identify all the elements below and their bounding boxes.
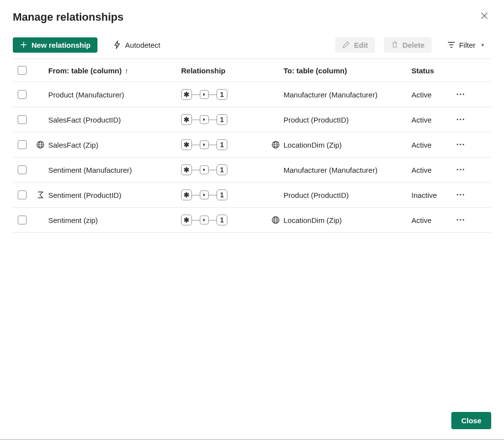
manage-relationships-dialog: Manage relationships New relationship Au…	[0, 0, 504, 440]
relationship-cell: ✱1	[181, 114, 268, 125]
close-icon[interactable]	[477, 10, 491, 24]
new-relationship-label: New relationship	[32, 41, 91, 49]
trash-icon	[391, 41, 399, 49]
delete-button: Delete	[384, 37, 432, 53]
autodetect-button[interactable]: Autodetect	[106, 37, 167, 53]
chevron-down-icon: ▾	[481, 42, 484, 48]
cardinality-to: 1	[217, 215, 227, 225]
to-cell: Product (ProductID)	[284, 191, 411, 199]
to-cell: Product (ProductID)	[284, 116, 411, 124]
table-row[interactable]: Sentiment (ProductID)✱1Product (ProductI…	[13, 183, 491, 208]
relationships-table: From: table (column) ↑ Relationship To: …	[13, 59, 491, 233]
table-row[interactable]: SalesFact (Zip)✱1LocationDim (Zip)Active…	[13, 132, 491, 157]
from-cell: SalesFact (Zip)	[48, 141, 181, 149]
filter-label: Filter	[459, 41, 475, 49]
cardinality-to: 1	[217, 114, 227, 125]
direction-icon	[200, 115, 209, 124]
row-checkbox[interactable]	[18, 165, 27, 174]
cardinality-from: ✱	[181, 215, 192, 225]
relationship-cell: ✱1	[181, 215, 268, 225]
cardinality-from: ✱	[181, 189, 192, 200]
to-cell: Manufacturer (Manufacturer)	[284, 91, 411, 99]
row-more-button[interactable]: ···	[451, 165, 471, 175]
from-cell: Sentiment (zip)	[48, 216, 181, 224]
row-more-button[interactable]: ···	[451, 215, 471, 225]
table-row[interactable]: Sentiment (zip)✱1LocationDim (Zip)Active…	[13, 208, 491, 233]
plus-icon	[20, 41, 28, 49]
table-header: From: table (column) ↑ Relationship To: …	[13, 59, 491, 82]
relationship-cell: ✱1	[181, 164, 268, 175]
cardinality-to: 1	[217, 164, 227, 175]
direction-icon	[200, 140, 209, 149]
status-cell: Active	[411, 91, 451, 99]
cardinality-from: ✱	[181, 164, 192, 175]
row-more-button[interactable]: ···	[451, 90, 471, 100]
filter-icon	[447, 41, 455, 48]
to-cell: Manufacturer (Manufacturer)	[284, 166, 411, 174]
direction-icon	[200, 190, 209, 199]
globe-icon	[32, 140, 48, 149]
column-to[interactable]: To: table (column)	[284, 66, 411, 75]
sort-ascending-icon: ↑	[125, 66, 128, 75]
cardinality-diagram: ✱1	[181, 164, 268, 175]
dialog-footer: Close	[451, 412, 491, 429]
close-button[interactable]: Close	[451, 412, 491, 429]
direction-icon	[200, 165, 209, 174]
direction-icon	[200, 90, 209, 99]
status-cell: Active	[411, 166, 451, 174]
status-cell: Active	[411, 216, 451, 224]
lightning-icon	[113, 40, 121, 49]
filter-button[interactable]: Filter ▾	[441, 37, 491, 53]
status-cell: Active	[411, 116, 451, 124]
row-more-button[interactable]: ···	[451, 140, 471, 150]
cardinality-diagram: ✱1	[181, 139, 268, 150]
from-cell: Sentiment (Manufacturer)	[48, 166, 181, 174]
column-relationship[interactable]: Relationship	[181, 66, 268, 75]
toolbar: New relationship Autodetect Edit Delete …	[13, 37, 491, 59]
row-checkbox[interactable]	[18, 216, 27, 224]
table-row[interactable]: SalesFact (ProductID)✱1Product (ProductI…	[13, 107, 491, 132]
to-cell: LocationDim (Zip)	[284, 216, 411, 224]
row-more-button[interactable]: ···	[451, 115, 471, 125]
autodetect-label: Autodetect	[125, 41, 160, 49]
new-relationship-button[interactable]: New relationship	[13, 37, 97, 53]
table-row[interactable]: Product (Manufacturer)✱1Manufacturer (Ma…	[13, 82, 491, 107]
status-cell: Active	[411, 141, 451, 149]
relationship-cell: ✱1	[181, 139, 268, 150]
cardinality-to: 1	[217, 89, 227, 100]
row-checkbox[interactable]	[18, 140, 27, 149]
table-row[interactable]: Sentiment (Manufacturer)✱1Manufacturer (…	[13, 157, 491, 183]
cardinality-to: 1	[217, 189, 227, 200]
relationship-cell: ✱1	[181, 189, 268, 200]
cardinality-diagram: ✱1	[181, 89, 268, 100]
globe-icon	[268, 140, 284, 149]
delete-label: Delete	[403, 41, 425, 49]
row-checkbox[interactable]	[18, 190, 27, 199]
from-cell: Sentiment (ProductID)	[48, 191, 181, 199]
dialog-title: Manage relationships	[13, 11, 124, 24]
select-all-checkbox[interactable]	[18, 66, 27, 75]
cardinality-diagram: ✱1	[181, 114, 268, 125]
relationship-cell: ✱1	[181, 89, 268, 100]
row-checkbox[interactable]	[18, 115, 27, 124]
row-checkbox[interactable]	[18, 90, 27, 99]
from-cell: SalesFact (ProductID)	[48, 116, 181, 124]
cardinality-from: ✱	[181, 89, 192, 100]
from-cell: Product (Manufacturer)	[48, 91, 181, 99]
pencil-icon	[342, 41, 350, 49]
cardinality-from: ✱	[181, 114, 192, 125]
direction-icon	[200, 216, 209, 224]
dialog-header: Manage relationships	[13, 10, 491, 24]
edit-button: Edit	[335, 37, 375, 53]
edit-label: Edit	[354, 41, 368, 49]
cardinality-to: 1	[217, 139, 227, 150]
column-from[interactable]: From: table (column) ↑	[48, 66, 181, 75]
status-cell: Inactive	[411, 191, 451, 199]
cardinality-diagram: ✱1	[181, 189, 268, 200]
column-status[interactable]: Status	[411, 66, 451, 75]
sigma-icon	[32, 190, 48, 199]
cardinality-from: ✱	[181, 139, 192, 150]
row-more-button[interactable]: ···	[451, 190, 471, 200]
to-cell: LocationDim (Zip)	[284, 141, 411, 149]
cardinality-diagram: ✱1	[181, 215, 268, 225]
